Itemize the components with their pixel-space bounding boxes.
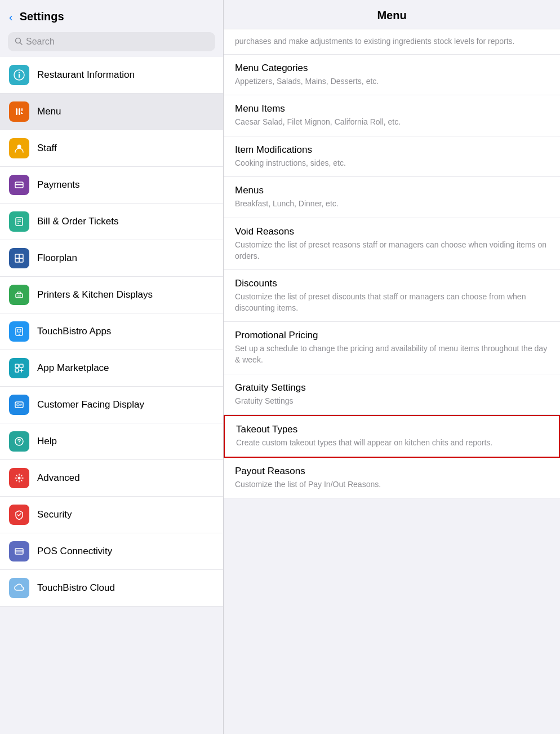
sidebar-item-touchbistro-cloud[interactable]: TouchBistro Cloud xyxy=(0,570,223,607)
settings-title: Settings xyxy=(20,10,64,23)
top-partial-text: purchases and make adjustments to existi… xyxy=(224,29,560,55)
sidebar-item-touchbistro-apps[interactable]: TouchBistro Apps xyxy=(0,313,223,350)
search-bar[interactable]: Search xyxy=(8,32,215,51)
right-header: Menu xyxy=(224,0,560,29)
menu-item-desc-item-modifications: Cooking instructions, sides, etc. xyxy=(235,158,549,169)
right-panel: Menu purchases and make adjustments to e… xyxy=(224,0,560,734)
sidebar-item-help[interactable]: Help xyxy=(0,423,223,460)
sidebar-item-app-marketplace[interactable]: App Marketplace xyxy=(0,350,223,387)
svg-rect-21 xyxy=(17,292,21,294)
sidebar-item-label-printers-kitchen: Printers & Kitchen Displays xyxy=(37,289,153,300)
menu-item-desc-payout-reasons: Customize the list of Pay In/Out Reasons… xyxy=(235,479,549,490)
sidebar-item-customer-facing[interactable]: Customer Facing Display xyxy=(0,387,223,423)
sidebar-item-label-menu: Menu xyxy=(37,106,61,117)
sidebar-item-payments[interactable]: Payments xyxy=(0,167,223,204)
svg-point-34 xyxy=(19,444,20,445)
security-icon xyxy=(9,505,29,525)
svg-rect-17 xyxy=(19,254,23,258)
svg-line-1 xyxy=(20,42,23,45)
svg-rect-6 xyxy=(19,108,20,115)
top-partial-content: purchases and make adjustments to existi… xyxy=(235,37,514,46)
restaurant-info-icon xyxy=(9,65,29,85)
menu-item-desc-takeout-types: Create custom takeout types that will ap… xyxy=(236,437,548,449)
sidebar-item-label-pos-connectivity: POS Connectivity xyxy=(37,546,112,557)
menu-item-title-menu-categories: Menu Categories xyxy=(235,63,549,74)
sidebar-item-bill-order-tickets[interactable]: Bill & Order Tickets xyxy=(0,204,223,240)
svg-rect-16 xyxy=(15,254,19,258)
menu-item-item-modifications[interactable]: Item Modifications Cooking instructions,… xyxy=(224,136,560,178)
svg-marker-8 xyxy=(21,112,23,114)
menu-item-title-payout-reasons: Payout Reasons xyxy=(235,466,549,477)
svg-rect-28 xyxy=(15,369,19,372)
menu-item-desc-void-reasons: Customize the list of preset reasons sta… xyxy=(235,240,549,262)
sidebar-item-floorplan[interactable]: Floorplan xyxy=(0,240,223,277)
customer-facing-icon xyxy=(9,395,29,415)
left-panel: ‹ Settings Search Restaurant Information… xyxy=(0,0,224,734)
menu-item-menu-categories[interactable]: Menu Categories Appetizers, Salads, Main… xyxy=(224,55,560,96)
sidebar-item-printers-kitchen[interactable]: Printers & Kitchen Displays xyxy=(0,277,223,313)
search-placeholder: Search xyxy=(26,37,55,47)
menu-item-menu-items[interactable]: Menu Items Caesar Salad, Filet Mignon, C… xyxy=(224,95,560,136)
pos-connectivity-icon xyxy=(9,541,29,561)
svg-rect-7 xyxy=(21,108,23,111)
sidebar-item-security[interactable]: Security xyxy=(0,497,223,533)
svg-rect-19 xyxy=(19,258,23,262)
app-marketplace-icon xyxy=(9,358,29,378)
menu-item-title-takeout-types: Takeout Types xyxy=(236,424,548,435)
menu-item-desc-menu-categories: Appetizers, Salads, Mains, Desserts, etc… xyxy=(235,76,549,87)
sidebar-item-pos-connectivity[interactable]: POS Connectivity xyxy=(0,533,223,570)
sidebar-item-label-help: Help xyxy=(37,436,57,447)
svg-point-4 xyxy=(19,72,20,73)
menu-item-gratuity-settings[interactable]: Gratuity Settings Gratuity Settings xyxy=(224,374,560,415)
staff-icon xyxy=(9,138,29,158)
search-icon xyxy=(15,37,23,47)
sidebar-item-staff[interactable]: Staff xyxy=(0,130,223,167)
touchbistro-apps-icon xyxy=(9,321,29,342)
menu-item-menus[interactable]: Menus Breakfast, Lunch, Dinner, etc. xyxy=(224,177,560,218)
menu-item-title-item-modifications: Item Modifications xyxy=(235,144,549,156)
advanced-icon xyxy=(9,468,29,488)
menu-item-takeout-types[interactable]: Takeout Types Create custom takeout type… xyxy=(224,415,560,458)
svg-rect-36 xyxy=(15,549,23,554)
svg-rect-5 xyxy=(16,108,17,115)
menu-item-desc-promotional-pricing: Set up a schedule to change the pricing … xyxy=(235,343,549,365)
sidebar-item-label-customer-facing: Customer Facing Display xyxy=(37,399,144,410)
left-header: ‹ Settings xyxy=(0,0,223,29)
menu-item-payout-reasons[interactable]: Payout Reasons Customize the list of Pay… xyxy=(224,458,560,499)
sidebar-item-label-security: Security xyxy=(37,509,72,520)
svg-rect-18 xyxy=(15,258,19,262)
menu-item-discounts[interactable]: Discounts Customize the list of preset d… xyxy=(224,270,560,322)
menu-list: Menu Categories Appetizers, Salads, Main… xyxy=(224,55,560,499)
help-icon xyxy=(9,431,29,452)
svg-point-35 xyxy=(18,477,21,480)
sidebar-item-label-advanced: Advanced xyxy=(37,472,80,484)
floorplan-icon xyxy=(9,248,29,268)
menu-item-void-reasons[interactable]: Void Reasons Customize the list of prese… xyxy=(224,218,560,270)
payments-icon xyxy=(9,175,29,195)
right-title: Menu xyxy=(235,9,549,22)
sidebar-item-advanced[interactable]: Advanced xyxy=(0,460,223,497)
right-content: purchases and make adjustments to existi… xyxy=(224,29,560,734)
menu-icon xyxy=(9,101,29,122)
sidebar-item-label-bill-order-tickets: Bill & Order Tickets xyxy=(37,216,119,227)
sidebar-item-label-floorplan: Floorplan xyxy=(37,253,77,264)
menu-item-title-promotional-pricing: Promotional Pricing xyxy=(235,330,549,341)
menu-item-title-menus: Menus xyxy=(235,185,549,196)
menu-item-desc-menus: Breakfast, Lunch, Dinner, etc. xyxy=(235,198,549,210)
back-button[interactable]: ‹ xyxy=(9,11,13,23)
sidebar-item-restaurant-info[interactable]: Restaurant Information xyxy=(0,57,223,94)
menu-item-desc-discounts: Customize the list of preset discounts t… xyxy=(235,291,549,313)
sidebar-item-menu[interactable]: Menu xyxy=(0,94,223,130)
svg-rect-30 xyxy=(17,404,19,406)
svg-rect-11 xyxy=(15,184,23,185)
touchbistro-cloud-icon xyxy=(9,578,29,598)
menu-item-title-void-reasons: Void Reasons xyxy=(235,226,549,237)
sidebar-item-label-touchbistro-cloud: TouchBistro Cloud xyxy=(37,582,115,594)
svg-point-25 xyxy=(19,334,20,335)
menu-item-promotional-pricing[interactable]: Promotional Pricing Set up a schedule to… xyxy=(224,322,560,374)
printers-kitchen-icon xyxy=(9,285,29,305)
svg-rect-27 xyxy=(20,364,23,368)
svg-rect-3 xyxy=(19,74,20,78)
sidebar-item-label-restaurant-info: Restaurant Information xyxy=(37,69,135,81)
bill-order-tickets-icon xyxy=(9,211,29,232)
